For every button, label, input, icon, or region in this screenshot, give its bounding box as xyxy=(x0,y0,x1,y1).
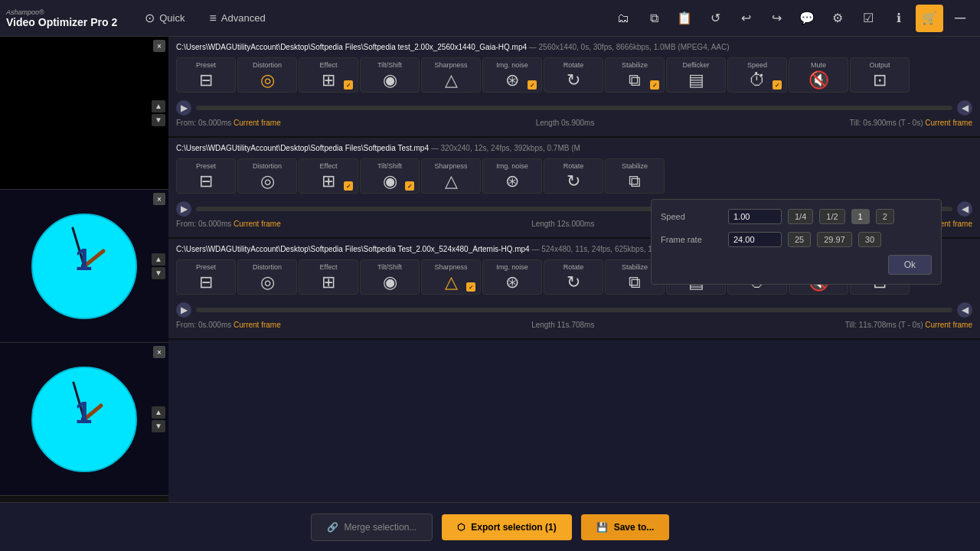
effect-icon-effect: ⊞ xyxy=(322,72,335,89)
effect-btn-1-distortion[interactable]: Distortion◎ xyxy=(237,158,297,194)
effect-btn-0-effect[interactable]: Effect⊞✓ xyxy=(299,57,358,93)
nav-up-1[interactable]: ▲ xyxy=(152,100,165,112)
effect-btn-0-rotate[interactable]: Rotate↻ xyxy=(544,57,603,93)
tl-right-arrow-2[interactable]: ◀ xyxy=(957,201,972,217)
effect-btn-2-preset[interactable]: Preset⊟ xyxy=(176,259,236,295)
speed-chip-1[interactable]: 1 xyxy=(851,209,870,224)
effect-btn-1-sharpness[interactable]: Sharpness△ xyxy=(421,158,481,194)
settings-icon[interactable]: ⚙ xyxy=(824,5,851,32)
effect-btn-2-tiltshift[interactable]: Tilt/Shift◉ xyxy=(360,259,420,295)
tl-left-arrow-2[interactable]: ▶ xyxy=(176,201,191,217)
effect-icon-deflicker: ▤ xyxy=(688,72,704,89)
speed-label: Speed xyxy=(661,212,722,221)
check-badge-speed: ✓ xyxy=(773,80,782,90)
timeline-track-3[interactable] xyxy=(196,308,952,312)
preview-slot-1: × ▲ ▼ xyxy=(0,37,168,190)
effect-btn-1-effect[interactable]: Effect⊞✓ xyxy=(299,158,358,194)
effect-btn-1-tiltshift[interactable]: Tilt/Shift◉✓ xyxy=(360,158,420,194)
effect-icon-imgnoise: ⊛ xyxy=(505,173,519,190)
chat-icon[interactable]: 💬 xyxy=(793,5,821,32)
effect-btn-1-preset[interactable]: Preset⊟ xyxy=(176,158,236,194)
framerate-input[interactable] xyxy=(728,232,782,247)
speed-chip-1/2[interactable]: 1/2 xyxy=(819,209,844,224)
effect-btn-0-mute[interactable]: Mute🔇 xyxy=(789,57,848,93)
close-btn-3[interactable]: × xyxy=(153,346,165,358)
titlebar: Ashampoo® Video Optimizer Pro 2 ⊙ Quick … xyxy=(0,0,980,37)
nav-down-3[interactable]: ▼ xyxy=(152,420,165,432)
speed-chip-1/4[interactable]: 1/4 xyxy=(788,209,813,224)
speed-input[interactable] xyxy=(728,209,782,224)
effect-btn-0-distortion[interactable]: Distortion◎ xyxy=(237,57,297,93)
folder-icon[interactable]: 🗂 xyxy=(609,5,637,32)
speed-chip-2[interactable]: 2 xyxy=(876,209,894,224)
close-btn-2[interactable]: × xyxy=(153,193,165,205)
effect-btn-2-imgnoise[interactable]: Img. noise⊛ xyxy=(482,259,542,295)
check-badge-imgnoise: ✓ xyxy=(528,80,537,90)
effect-btn-1-imgnoise[interactable]: Img. noise⊛ xyxy=(482,158,542,194)
tl-left-arrow-1[interactable]: ▶ xyxy=(176,100,191,116)
ok-button[interactable]: Ok xyxy=(888,255,932,275)
copy-icon[interactable]: ⧉ xyxy=(640,5,668,32)
tl-right-arrow-3[interactable]: ◀ xyxy=(957,302,972,318)
nav-up-3[interactable]: ▲ xyxy=(152,406,165,419)
advanced-button[interactable]: ≡ Advanced xyxy=(197,7,277,30)
redo-icon[interactable]: ↪ xyxy=(763,5,790,32)
effect-icon-distortion: ◎ xyxy=(260,173,275,190)
effect-btn-2-distortion[interactable]: Distortion◎ xyxy=(237,259,297,295)
close-btn-1[interactable]: × xyxy=(153,40,165,52)
nav-down-1[interactable]: ▼ xyxy=(152,114,165,126)
merge-button[interactable]: 🔗 Merge selection... xyxy=(311,514,433,541)
minimize-icon[interactable]: ─ xyxy=(946,5,974,32)
effect-icon-imgnoise: ⊛ xyxy=(505,72,519,89)
effect-btn-1-stabilize[interactable]: Stabilize⧉ xyxy=(605,158,665,194)
effect-btn-0-output[interactable]: Output⊡ xyxy=(850,57,910,93)
nav-down-2[interactable]: ▼ xyxy=(152,267,165,279)
undo-icon[interactable]: ↩ xyxy=(732,5,760,32)
effect-btn-1-rotate[interactable]: Rotate↻ xyxy=(544,158,603,194)
video-row-1: C:\Users\WDAGUtilityAccount\Desktop\Soft… xyxy=(168,37,980,138)
timeline-track-1[interactable] xyxy=(196,106,952,110)
export-button[interactable]: ⬡ Export selection (1) xyxy=(442,514,571,540)
rate-chip-29[interactable]: 29.97 xyxy=(817,232,852,247)
refresh-icon[interactable]: ↺ xyxy=(701,5,729,32)
tl-right-arrow-1[interactable]: ◀ xyxy=(957,100,972,116)
effect-btn-2-sharpness[interactable]: Sharpness△✓ xyxy=(421,259,481,295)
effect-icon-tiltshift: ◉ xyxy=(383,72,397,89)
effect-btn-0-sharpness[interactable]: Sharpness△ xyxy=(421,57,481,93)
rate-chip-25[interactable]: 25 xyxy=(788,232,811,247)
speed-row: Speed 1/4 1/2 1 2 xyxy=(661,209,932,224)
save-icon: 💾 xyxy=(596,522,608,533)
effect-icon-imgnoise: ⊛ xyxy=(505,274,519,291)
effect-btn-0-speed[interactable]: Speed⏱✓ xyxy=(727,57,787,93)
info-icon[interactable]: ℹ xyxy=(885,5,913,32)
effect-icon-stabilize: ⧉ xyxy=(629,72,641,89)
quick-button[interactable]: ⊙ Quick xyxy=(132,6,197,30)
checkbox-icon[interactable]: ☑ xyxy=(854,5,882,32)
check-badge-effect: ✓ xyxy=(344,80,353,90)
nav-up-2[interactable]: ▲ xyxy=(152,253,165,266)
effect-icon-stabilize: ⧉ xyxy=(629,274,641,291)
effects-bar-2: Preset⊟Distortion◎Effect⊞✓Tilt/Shift◉✓Sh… xyxy=(176,158,972,194)
cart-icon[interactable]: 🛒 xyxy=(916,5,943,32)
effect-btn-2-effect[interactable]: Effect⊞ xyxy=(299,259,358,295)
paste-icon[interactable]: 📋 xyxy=(671,5,698,32)
effect-icon-rotate: ↻ xyxy=(567,274,580,291)
effect-btn-0-stabilize[interactable]: Stabilize⧉✓ xyxy=(605,57,665,93)
effect-icon-rotate: ↻ xyxy=(567,173,580,190)
effect-icon-distortion: ◎ xyxy=(260,274,275,291)
effect-btn-0-tiltshift[interactable]: Tilt/Shift◉ xyxy=(360,57,420,93)
rate-chip-30[interactable]: 30 xyxy=(858,232,881,247)
effect-btn-0-preset[interactable]: Preset⊟ xyxy=(176,57,236,93)
effect-icon-effect: ⊞ xyxy=(322,274,335,291)
effect-icon-tiltshift: ◉ xyxy=(383,274,397,291)
svg-text:1: 1 xyxy=(75,396,92,429)
effect-btn-0-deflicker[interactable]: Deflicker▤ xyxy=(666,57,726,93)
save-button[interactable]: 💾 Save to... xyxy=(581,514,670,540)
preview-nav-1: ▲ ▼ xyxy=(152,100,165,126)
effect-icon-sharpness: △ xyxy=(445,72,458,89)
tl-left-arrow-3[interactable]: ▶ xyxy=(176,302,191,318)
effect-btn-2-rotate[interactable]: Rotate↻ xyxy=(544,259,603,295)
timeline-row-3: ▶ ◀ xyxy=(176,301,972,319)
effect-btn-0-imgnoise[interactable]: Img. noise⊛✓ xyxy=(482,57,542,93)
toolbar-icons: 🗂 ⧉ 📋 ↺ ↩ ↪ 💬 ⚙ ☑ ℹ 🛒 ─ xyxy=(609,5,974,32)
